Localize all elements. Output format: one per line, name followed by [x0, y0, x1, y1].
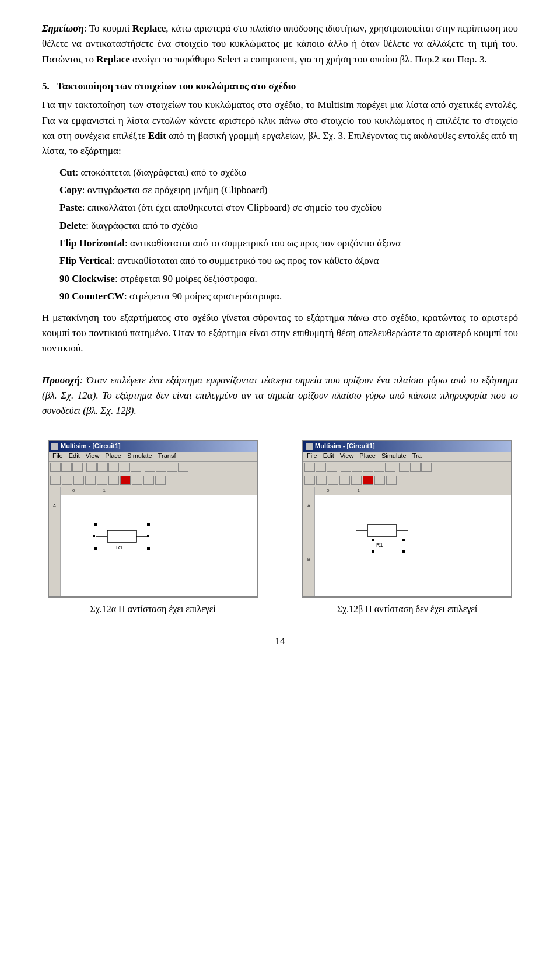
tb2-btn-left-9[interactable] — [144, 476, 154, 485]
top-ruler-left: 0 1 — [61, 487, 257, 495]
menu-file-left[interactable]: File — [51, 451, 65, 461]
def-cut-def: : αποκόπτεται (διαγράφεται) από το σχέδι… — [75, 167, 246, 178]
def-flip-v-term: Flip Vertical — [60, 255, 112, 266]
tb2-btn-left-4[interactable] — [85, 476, 96, 485]
canvas-left: A — [49, 495, 257, 596]
prosoxi-text: : Όταν επιλέγετε ένα εξάρτημα εμφανίζοντ… — [42, 375, 518, 417]
tb-btn-left-1[interactable] — [50, 463, 61, 472]
tb-btn-left-6[interactable] — [108, 463, 119, 472]
top-ruler-row-left: 0 1 — [49, 487, 257, 495]
tb-btn-left-8[interactable] — [131, 463, 141, 472]
tb-btn-right-1[interactable] — [304, 463, 315, 472]
tb-btn-right-7[interactable] — [374, 463, 384, 472]
tb2-btn-left-10[interactable] — [155, 476, 166, 485]
figure-left: Multisim - [Circuit1] File Edit View Pla… — [42, 440, 264, 617]
def-90cw-def: : στρέφεται 90 μοίρες δεξιόστροφα. — [115, 273, 257, 284]
def-copy-def: : αντιγράφεται σε πρόχειρη μνήμη (Clipbo… — [82, 184, 268, 195]
tb-btn-left-2[interactable] — [61, 463, 72, 472]
def-paste-term: Paste — [60, 202, 82, 213]
menu-view-right[interactable]: View — [338, 451, 356, 461]
tb2-btn-left-8[interactable] — [132, 476, 142, 485]
section-5-heading: 5. Τακτοποίηση των στοιχείων του κυκλώμα… — [42, 79, 518, 94]
tb2-btn-left-6[interactable] — [108, 476, 119, 485]
prosoxi-block: Προσοχή: Όταν επιλέγετε ένα εξάρτημα εμφ… — [42, 373, 518, 419]
svg-rect-2 — [94, 547, 97, 550]
note-block: Σημείωση: Το κουμπί Replace, κάτω αριστε… — [42, 21, 518, 67]
tb-btn-left-7[interactable] — [120, 463, 130, 472]
menu-view-left[interactable]: View — [84, 451, 102, 461]
tb2-btn-right-2[interactable] — [316, 476, 327, 485]
caption-right: Σχ.12β Η αντίσταση δεν έχει επιλεγεί — [337, 602, 478, 617]
tb-btn-left-11[interactable] — [167, 463, 177, 472]
tb2-btn-right-4[interactable] — [340, 476, 350, 485]
tb2-btn-right-8[interactable] — [386, 476, 397, 485]
tb2-btn-left-2[interactable] — [62, 476, 72, 485]
tb-btn-right-6[interactable] — [363, 463, 373, 472]
tb2-btn-right-7[interactable] — [374, 476, 385, 485]
work-area-right: R1 — [315, 495, 511, 596]
def-cut-term: Cut — [60, 167, 75, 178]
tb2-btn-left-3[interactable] — [74, 476, 84, 485]
tb-btn-left-5[interactable] — [97, 463, 108, 472]
menu-transf-left[interactable]: Transf — [156, 451, 178, 461]
page-number: 14 — [42, 634, 518, 649]
tb2-btn-right-1[interactable] — [304, 476, 315, 485]
svg-rect-1 — [147, 523, 150, 526]
toolbar1-left — [49, 462, 257, 474]
definition-list: Cut: αποκόπτεται (διαγράφεται) από το σχ… — [60, 165, 518, 305]
tb2-btn-left-7[interactable] — [120, 476, 131, 485]
resistor-selected-svg: R1 — [84, 513, 177, 571]
tb-btn-right-3[interactable] — [327, 463, 337, 472]
def-90cw: 90 Clockwise: στρέφεται 90 μοίρες δεξιόσ… — [60, 271, 518, 287]
tb-btn-right-5[interactable] — [352, 463, 362, 472]
tb-sep-left-1 — [83, 463, 86, 472]
tb-btn-right-9[interactable] — [399, 463, 410, 472]
tb2-btn-right-5[interactable] — [351, 476, 362, 485]
svg-rect-15 — [372, 550, 374, 553]
tb-btn-right-11[interactable] — [421, 463, 432, 472]
figure-right: Multisim - [Circuit1] File Edit View Pla… — [296, 440, 518, 617]
menubar-left: File Edit View Place Simulate Transf — [49, 452, 257, 462]
def-delete-term: Delete — [60, 220, 86, 231]
canvas-area-right: 0 1 A B — [303, 487, 511, 596]
tb2-btn-left-5[interactable] — [97, 476, 107, 485]
tb-btn-right-2[interactable] — [316, 463, 326, 472]
section-5-edit: Edit — [148, 130, 166, 141]
def-flip-h-term: Flip Horizontal — [60, 237, 125, 249]
menu-file-right[interactable]: File — [305, 451, 319, 461]
win-icon-left — [51, 443, 58, 450]
menu-edit-right[interactable]: Edit — [321, 451, 336, 461]
ruler-b-right: B — [307, 556, 310, 563]
menu-simulate-right[interactable]: Simulate — [380, 451, 408, 461]
tb-btn-left-4[interactable] — [86, 463, 97, 472]
def-90ccw-def: : στρέφεται 90 μοίρες αριστερόστροφα. — [124, 291, 282, 302]
tb2-btn-right-6[interactable] — [363, 476, 373, 485]
section-5-number: 5. — [42, 81, 50, 92]
ruler-a-right: A — [307, 502, 310, 509]
def-flip-v-def: : αντικαθίσταται από το συμμετρικό του ω… — [112, 255, 379, 266]
toolbar2-left — [49, 474, 257, 487]
menu-place-left[interactable]: Place — [103, 451, 123, 461]
svg-text:R1: R1 — [116, 544, 123, 550]
resistor-unselected-svg: R1 — [344, 507, 438, 583]
ruler-mark-1-left: 1 — [103, 487, 105, 494]
tb2-btn-right-3[interactable] — [328, 476, 338, 485]
tb-btn-left-10[interactable] — [156, 463, 166, 472]
win-icon-right — [306, 443, 313, 450]
def-90ccw-term: 90 CounterCW — [60, 291, 124, 302]
menu-simulate-left[interactable]: Simulate — [125, 451, 154, 461]
canvas-area-left: 0 1 A — [49, 487, 257, 596]
tb-btn-left-9[interactable] — [145, 463, 155, 472]
svg-rect-11 — [368, 525, 397, 536]
tb-btn-left-3[interactable] — [72, 463, 83, 472]
tb-btn-right-8[interactable] — [385, 463, 396, 472]
def-paste-def: : επικολλάται (ότι έχει αποθηκευτεί στον… — [82, 202, 382, 213]
tb2-btn-left-1[interactable] — [50, 476, 61, 485]
tb-btn-right-10[interactable] — [410, 463, 421, 472]
menu-place-right[interactable]: Place — [358, 451, 377, 461]
tb-btn-right-4[interactable] — [341, 463, 351, 472]
menu-edit-left[interactable]: Edit — [67, 451, 82, 461]
tb-btn-left-12[interactable] — [178, 463, 188, 472]
menu-tra-right[interactable]: Tra — [411, 451, 424, 461]
tb-sep-right-1 — [338, 463, 340, 472]
